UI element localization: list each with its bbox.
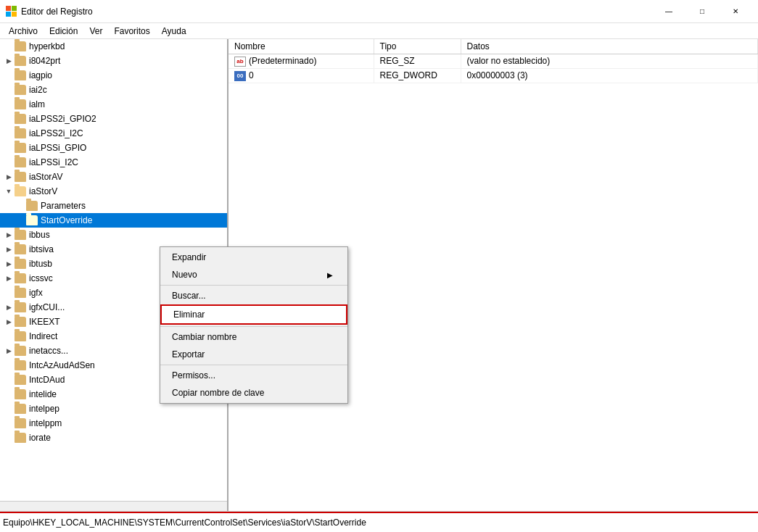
tree-item-intelppm[interactable]: intelppm xyxy=(0,416,227,431)
col-datos: Datos xyxy=(461,39,758,54)
tree-label-hyperkbd: hyperkbd xyxy=(29,41,65,51)
tree-item-iai2c[interactable]: iai2c xyxy=(0,83,227,97)
tree-label-IntcDAud: IntcDAud xyxy=(29,375,65,385)
folder-icon-iaStorAV xyxy=(15,172,26,182)
tree-label-iorate: iorate xyxy=(29,433,51,443)
ctx-item-permisos[interactable]: Permisos... xyxy=(160,367,347,384)
tree-item-hyperkbd[interactable]: hyperkbd xyxy=(0,39,227,54)
expand-arrow-intelide xyxy=(3,388,15,400)
cell-name-0: ab(Predeterminado) xyxy=(228,54,374,69)
reg-icon-dword-1: 00 xyxy=(234,71,246,81)
folder-icon-iaLPSS2i_GPIO2 xyxy=(15,114,26,124)
expand-arrow-Indirect xyxy=(3,331,15,342)
col-tipo: Tipo xyxy=(374,39,461,54)
tree-item-iagpio[interactable]: iagpio xyxy=(0,68,227,83)
tree-label-IKEEXT: IKEEXT xyxy=(29,317,60,327)
ctx-item-expandir[interactable]: Expandir xyxy=(160,249,347,266)
tree-item-iaStorV[interactable]: ▼iaStorV xyxy=(0,184,227,199)
col-nombre: Nombre xyxy=(228,39,374,54)
folder-icon-igfxCUI xyxy=(15,302,26,312)
tree-label-iaLPSS2i_I2C: iaLPSS2i_I2C xyxy=(29,128,83,138)
close-button[interactable]: ✕ xyxy=(719,0,752,23)
title-bar: Editor del Registro — □ ✕ xyxy=(0,0,758,23)
menu-archivo[interactable]: Archivo xyxy=(3,25,44,38)
tree-label-i8042prt: i8042prt xyxy=(29,56,60,66)
tree-label-IntcAzAudAdSen: IntcAzAudAdSen xyxy=(29,360,95,370)
tree-item-intelpep[interactable]: intelpep xyxy=(0,402,227,416)
ctx-label-permisos: Permisos... xyxy=(172,370,215,381)
tree-item-iaLPSS2i_GPIO2[interactable]: iaLPSS2i_GPIO2 xyxy=(0,112,227,126)
ctx-label-copiar: Copiar nombre de clave xyxy=(172,388,264,398)
ctx-separator xyxy=(160,285,347,286)
expand-arrow-intelpep xyxy=(3,403,15,415)
ctx-item-buscar[interactable]: Buscar... xyxy=(160,287,347,304)
tree-label-ibtusb: ibtusb xyxy=(29,259,52,269)
title-bar-controls: — □ ✕ xyxy=(652,0,752,23)
ctx-item-cambiar[interactable]: Cambiar nombre xyxy=(160,328,347,346)
tree-item-iorate[interactable]: iorate xyxy=(0,431,227,445)
context-menu: ExpandirNuevo▶Buscar...EliminarCambiar n… xyxy=(160,246,348,404)
expand-arrow-iaStorV: ▼ xyxy=(3,186,15,197)
folder-icon-IntcDAud xyxy=(15,375,26,385)
folder-icon-StartOverride xyxy=(26,215,38,225)
folder-icon-iorate xyxy=(15,433,26,443)
expand-arrow-intelppm xyxy=(3,417,15,429)
title-bar-text: Editor del Registro xyxy=(21,7,652,17)
menu-ayuda[interactable]: Ayuda xyxy=(156,25,192,38)
folder-icon-icssvc xyxy=(15,273,26,283)
maximize-button[interactable]: □ xyxy=(685,0,719,23)
reg-icon-ab-0: ab xyxy=(234,57,246,67)
cell-type-1: REG_DWORD xyxy=(374,68,461,83)
menu-ver[interactable]: Ver xyxy=(83,25,108,38)
tree-item-iaStorAV[interactable]: ▶iaStorAV xyxy=(0,170,227,184)
ctx-item-eliminar[interactable]: Eliminar xyxy=(160,304,347,325)
expand-arrow-iaLPSSi_I2C xyxy=(3,157,15,168)
tree-label-ibbus: ibbus xyxy=(29,230,50,240)
table-row[interactable]: ab(Predeterminado)REG_SZ(valor no establ… xyxy=(228,54,758,69)
tree-item-ialm[interactable]: ialm xyxy=(0,97,227,112)
tree-item-StartOverride[interactable]: StartOverride xyxy=(0,213,227,228)
ctx-item-copiar[interactable]: Copiar nombre de clave xyxy=(160,384,347,402)
ctx-item-nuevo[interactable]: Nuevo▶ xyxy=(160,266,347,283)
tree-label-iai2c: iai2c xyxy=(29,85,47,95)
data-table: Nombre Tipo Datos ab(Predeterminado)REG_… xyxy=(228,39,758,83)
table-row[interactable]: 000REG_DWORD0x00000003 (3) xyxy=(228,68,758,83)
expand-arrow-iaLPSS2i_I2C xyxy=(3,128,15,139)
expand-arrow-IntcDAud xyxy=(3,374,15,386)
expand-arrow-icssvc: ▶ xyxy=(3,273,15,284)
expand-arrow-iorate xyxy=(3,432,15,444)
split-pane: hyperkbd▶i8042prtiagpioiai2cialmiaLPSS2i… xyxy=(0,39,758,512)
tree-label-intelide: intelide xyxy=(29,389,57,399)
tree-label-ialm: ialm xyxy=(29,99,45,109)
tree-item-Parameters[interactable]: Parameters xyxy=(0,199,227,213)
menu-bar: Archivo Edición Ver Favoritos Ayuda xyxy=(0,23,758,39)
tree-label-iaStorAV: iaStorAV xyxy=(29,172,62,182)
tree-label-iaStorV: iaStorV xyxy=(29,186,57,196)
tree-label-intelpep: intelpep xyxy=(29,404,59,414)
tree-item-iaLPSS2i_I2C[interactable]: iaLPSS2i_I2C xyxy=(0,126,227,141)
expand-arrow-i8042prt: ▶ xyxy=(3,55,15,67)
tree-item-ibbus[interactable]: ▶ibbus xyxy=(0,228,227,242)
minimize-button[interactable]: — xyxy=(652,0,685,23)
ctx-arrow-nuevo: ▶ xyxy=(327,271,333,279)
ctx-separator xyxy=(160,326,347,327)
app-icon xyxy=(6,6,17,17)
expand-arrow-ibtsiva: ▶ xyxy=(3,244,15,255)
tree-hscroll[interactable] xyxy=(0,501,227,511)
expand-arrow-inetaccs: ▶ xyxy=(3,345,15,357)
expand-arrow-ibbus: ▶ xyxy=(3,229,15,241)
tree-label-intelppm: intelppm xyxy=(29,418,62,428)
folder-icon-Indirect xyxy=(15,331,26,341)
tree-label-iaLPSSi_I2C: iaLPSSi_I2C xyxy=(29,157,78,167)
folder-icon-IntcAzAudAdSen xyxy=(15,360,26,370)
menu-edicion[interactable]: Edición xyxy=(44,25,83,38)
expand-arrow-IKEEXT: ▶ xyxy=(3,316,15,328)
cell-data-1: 0x00000003 (3) xyxy=(461,68,758,83)
tree-item-iaLPSSi_GPIO[interactable]: iaLPSSi_GPIO xyxy=(0,141,227,155)
tree-item-iaLPSSi_I2C[interactable]: iaLPSSi_I2C xyxy=(0,155,227,170)
menu-favoritos[interactable]: Favoritos xyxy=(108,25,155,38)
folder-icon-iaLPSS2i_I2C xyxy=(15,128,26,138)
tree-item-i8042prt[interactable]: ▶i8042prt xyxy=(0,54,227,68)
ctx-item-exportar[interactable]: Exportar xyxy=(160,346,347,363)
folder-icon-iaStorV xyxy=(15,186,26,196)
